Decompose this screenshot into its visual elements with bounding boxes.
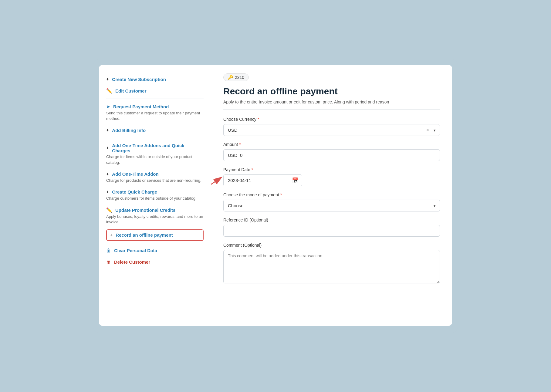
divider <box>106 138 204 138</box>
sidebar-item-update-credits[interactable]: ✏️ Update Promotional Credits Apply bonu… <box>106 204 204 228</box>
payment-mode-select-wrapper: Choose Cash Check Bank Transfer ▾ <box>223 200 440 211</box>
comment-field-group: Comment (Optional) <box>223 243 440 285</box>
edit-icon: ✏️ <box>106 88 112 94</box>
sidebar-item-label: Delete Customer <box>114 259 150 265</box>
divider <box>106 243 204 243</box>
currency-field-group: Choose Currency * USD EUR GBP × ▾ <box>223 117 440 136</box>
sidebar-item-desc: Charge for items within or outside of yo… <box>106 154 204 165</box>
sidebar-item-clear-data[interactable]: 🗑 Clear Personal Data <box>106 245 204 256</box>
sidebar-item-label: Clear Personal Data <box>114 248 157 253</box>
currency-select-wrapper: USD EUR GBP × ▾ <box>223 124 440 136</box>
sidebar-item-edit-customer[interactable]: ✏️ Edit Customer <box>106 85 204 97</box>
sidebar-item-label: Record an offline payment <box>116 232 173 238</box>
sidebar: + Create New Subscription ✏️ Edit Custom… <box>99 65 211 326</box>
payment-date-input[interactable] <box>223 174 302 186</box>
payment-mode-label: Choose the mode of payment * <box>223 192 440 197</box>
amount-input[interactable] <box>223 149 440 161</box>
sidebar-item-desc: Apply bonuses, loyalty credits, rewards,… <box>106 214 204 225</box>
trash-icon: 🗑 <box>106 248 111 253</box>
sidebar-item-delete-customer[interactable]: 🗑 Delete Customer <box>106 256 204 268</box>
sidebar-item-create-subscription[interactable]: + Create New Subscription <box>106 73 204 85</box>
sidebar-item-label: Add One-Time Addon <box>112 171 158 177</box>
reference-label: Reference ID (Optional) <box>223 218 440 222</box>
comment-textarea[interactable] <box>223 250 440 283</box>
comment-label: Comment (Optional) <box>223 243 440 248</box>
date-input-wrapper: 📅 <box>223 174 302 186</box>
invoice-badge: 🔑 2210 <box>223 73 249 81</box>
sidebar-item-label: Add One-Time Addons and Quick Charges <box>112 143 204 153</box>
reference-input[interactable] <box>223 225 440 237</box>
main-content: 🔑 2210 Record an offline payment Apply t… <box>211 65 452 326</box>
clear-icon[interactable]: × <box>426 127 429 133</box>
plus-icon: + <box>106 189 109 195</box>
trash-icon: 🗑 <box>106 259 111 265</box>
required-indicator: * <box>239 142 241 147</box>
sidebar-item-label: Update Promotional Credits <box>115 208 175 213</box>
currency-label: Choose Currency * <box>223 117 440 122</box>
plus-icon: + <box>106 76 109 82</box>
required-indicator: * <box>252 167 253 172</box>
edit-icon: ✏️ <box>106 207 112 213</box>
required-indicator: * <box>258 117 259 122</box>
plus-icon: + <box>106 171 109 177</box>
sidebar-item-add-addons[interactable]: + Add One-Time Addons and Quick Charges … <box>106 140 204 168</box>
amount-label: Amount * <box>223 142 440 147</box>
plus-icon: + <box>110 232 113 238</box>
sidebar-item-add-addon[interactable]: + Add One-Time Addon Charge for products… <box>106 168 204 186</box>
sidebar-item-desc: Send this customer a request to update t… <box>106 110 204 121</box>
badge-number: 2210 <box>235 75 244 80</box>
badge-icon: 🔑 <box>228 75 233 80</box>
sidebar-item-record-payment[interactable]: + Record an offline payment <box>106 229 204 241</box>
sidebar-item-desc: Charge for products or services that are… <box>106 178 204 183</box>
currency-select[interactable]: USD EUR GBP <box>223 124 440 136</box>
plus-icon: + <box>106 127 109 133</box>
sidebar-item-label: Create New Subscription <box>112 77 166 82</box>
sidebar-item-label: Request Payment Method <box>113 104 169 109</box>
payment-date-field-group: Payment Date * 📅 <box>223 167 440 186</box>
sidebar-item-label: Add Billing Info <box>112 128 146 133</box>
payment-mode-field-group: Choose the mode of payment * Choose Cash… <box>223 192 440 211</box>
payment-date-label: Payment Date * <box>223 167 440 172</box>
sidebar-item-request-payment[interactable]: ➤ Request Payment Method Send this custo… <box>106 101 204 124</box>
sidebar-item-label: Edit Customer <box>115 88 147 93</box>
page-title: Record an offline payment <box>223 86 440 96</box>
arrow-icon: ➤ <box>106 104 110 110</box>
reference-field-group: Reference ID (Optional) <box>223 218 440 237</box>
sidebar-item-label: Create Quick Charge <box>112 189 157 194</box>
required-indicator: * <box>280 192 282 197</box>
payment-mode-select[interactable]: Choose Cash Check Bank Transfer <box>223 200 440 211</box>
amount-field-group: Amount * <box>223 142 440 161</box>
sidebar-item-desc: Charge customers for items outside of yo… <box>106 196 204 201</box>
page-subtitle: Apply to the entire Invoice amount or ed… <box>223 100 440 110</box>
sidebar-item-quick-charge[interactable]: + Create Quick Charge Charge customers f… <box>106 186 204 204</box>
divider <box>106 99 204 99</box>
sidebar-item-add-billing[interactable]: + Add Billing Info <box>106 124 204 136</box>
plus-icon: + <box>106 145 109 151</box>
